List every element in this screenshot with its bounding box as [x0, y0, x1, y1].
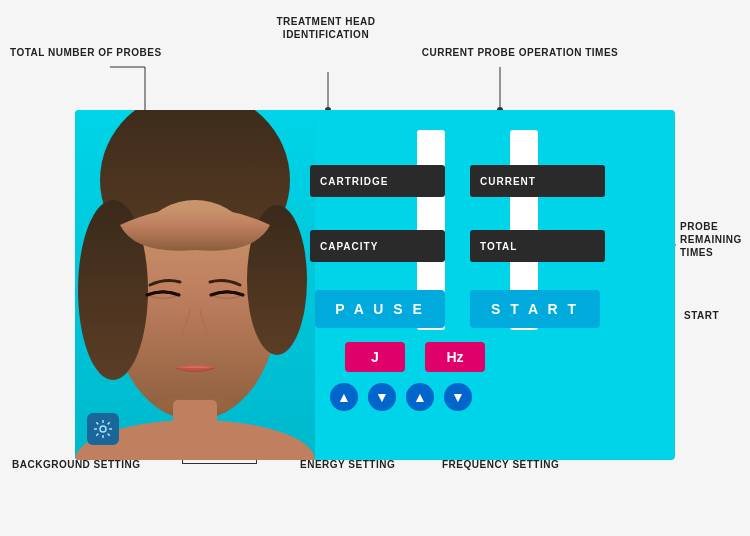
settings-icon-button[interactable] [87, 413, 119, 445]
capacity-display: CAPACITY [310, 230, 445, 262]
cartridge-label: CARTRIDGE [320, 176, 388, 187]
start-button[interactable]: S T A R T [470, 290, 600, 328]
pause-button[interactable]: P A U S E [315, 290, 445, 328]
cartridge-display: CARTRIDGE [310, 165, 445, 197]
svg-line-36 [96, 434, 98, 436]
probe-remaining-label: PROBE REMAINING TIMES [680, 220, 750, 259]
current-probe-ops-label: CURRENT PROBE OPERATION TIMES [420, 46, 620, 59]
face-image [75, 110, 315, 460]
current-label: CURRENT [480, 176, 536, 187]
capacity-label: CAPACITY [320, 241, 378, 252]
svg-line-35 [108, 422, 110, 424]
total-probes-label: TOTAL NUMBER OF PROBES [10, 46, 162, 59]
energy-down-button[interactable]: ▼ [368, 383, 396, 411]
control-arrows-row: ▲ ▼ ▲ ▼ [330, 383, 472, 411]
main-panel: CARTRIDGE CAPACITY CURRENT TOTAL P A U S… [75, 110, 675, 460]
energy-value-display: J [345, 342, 405, 372]
frequency-value-display: Hz [425, 342, 485, 372]
energy-up-button[interactable]: ▲ [330, 383, 358, 411]
start-annotation-label: START [684, 309, 719, 322]
gear-icon [93, 419, 113, 439]
total-display: TOTAL [470, 230, 605, 262]
total-label: TOTAL [480, 241, 517, 252]
current-display: CURRENT [470, 165, 605, 197]
svg-point-28 [100, 426, 106, 432]
treatment-head-label: TREATMENT HEAD IDENTIFICATION [236, 15, 416, 41]
svg-line-34 [108, 434, 110, 436]
freq-down-button[interactable]: ▼ [444, 383, 472, 411]
right-content-area: CARTRIDGE CAPACITY CURRENT TOTAL P A U S… [315, 110, 675, 460]
svg-line-33 [96, 422, 98, 424]
freq-up-button[interactable]: ▲ [406, 383, 434, 411]
